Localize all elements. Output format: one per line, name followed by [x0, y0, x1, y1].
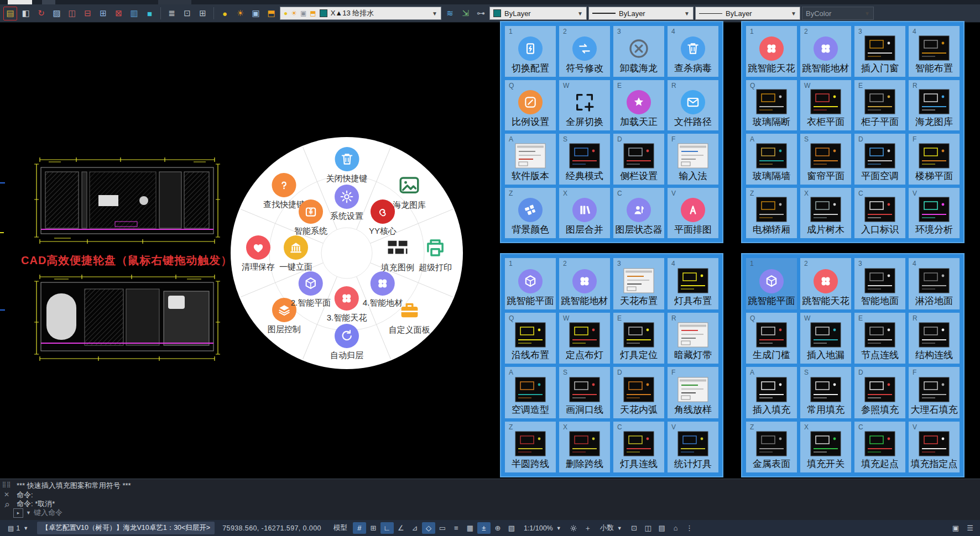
- panel-tile[interactable]: A空调造型: [505, 367, 556, 418]
- panel-tile[interactable]: 3天花布置: [613, 258, 664, 309]
- panel-tile[interactable]: V填充指定点: [909, 422, 960, 473]
- linetype-dropdown[interactable]: ByLayer ▼: [588, 7, 694, 20]
- close-icon[interactable]: ✕: [4, 491, 9, 498]
- toolbar-tool-icon[interactable]: ▥: [127, 7, 141, 20]
- panel-tile[interactable]: A插入填充: [746, 367, 797, 418]
- object-tracking-icon[interactable]: ⊕: [491, 522, 504, 534]
- radial-quick-wheel[interactable]: 关闭快捷键海龙图库超级打印自定义面板自动归层图层控制清理保存查找快捷键系统设置Y…: [231, 137, 463, 369]
- toolbar-tool-icon[interactable]: ≋: [443, 7, 457, 20]
- color-dropdown[interactable]: ByLayer ▼: [489, 7, 587, 20]
- panel-tile[interactable]: Q生成门槛: [746, 313, 797, 364]
- panel-tile[interactable]: C填充起点: [854, 422, 905, 473]
- panel-tile[interactable]: S经典模式: [559, 134, 610, 185]
- panel-tile[interactable]: F输入法: [668, 134, 718, 185]
- toolbar-tool-icon[interactable]: ⬒: [264, 7, 278, 20]
- panel-tile[interactable]: 1跳智能平面: [746, 258, 797, 309]
- dynamic-input-icon[interactable]: ±: [477, 522, 491, 534]
- panel-tile[interactable]: Z金属表面: [746, 422, 797, 473]
- panel-tile[interactable]: V统计灯具: [668, 422, 718, 473]
- osnap-icon[interactable]: ◇: [422, 522, 435, 534]
- panel-tile[interactable]: 2跳智能地材: [800, 26, 851, 77]
- panel-tile[interactable]: Q比例设置: [505, 80, 556, 131]
- panel-tile[interactable]: 2跳智能地材: [559, 258, 610, 309]
- panel-tile[interactable]: X删除跨线: [559, 422, 610, 473]
- workspace-gear-icon[interactable]: [567, 522, 580, 534]
- panel-tile[interactable]: F角线放样: [668, 367, 718, 418]
- toolbar-tool-icon[interactable]: ◧: [19, 7, 33, 20]
- window-tab[interactable]: [158, 0, 191, 4]
- toolbar-tool-icon[interactable]: ⊞: [96, 7, 110, 20]
- panel-tile[interactable]: W插入地漏: [800, 313, 851, 364]
- toolbar-tool-icon[interactable]: ▤: [3, 7, 17, 20]
- wheel-item[interactable]: 一键立面: [279, 235, 312, 271]
- command-history-icon[interactable]: ⣿⣿: [2, 481, 12, 487]
- panel-tile[interactable]: 1跳智能平面: [505, 258, 556, 309]
- panel-tile[interactable]: R暗藏灯带: [668, 313, 718, 364]
- annotation-visibility-icon[interactable]: ▤: [655, 522, 669, 534]
- panel-tile[interactable]: E灯具定位: [613, 313, 664, 364]
- toolbar-tool-icon[interactable]: ●: [218, 7, 232, 20]
- toolbar-tool-icon[interactable]: ⇲: [458, 7, 472, 20]
- toolbar-tool-icon[interactable]: ⊡: [180, 7, 194, 20]
- layer-dropdown[interactable]: ● ☀ ▣ ⬒ X▲13 给排水 ▼: [280, 7, 441, 20]
- panel-tile[interactable]: X成片树木: [800, 188, 851, 239]
- wheel-item[interactable]: 智能系统: [294, 199, 327, 235]
- panel-tile[interactable]: D侧栏设置: [613, 134, 664, 185]
- more-options-icon[interactable]: ⋮: [683, 522, 696, 534]
- snap-icon[interactable]: ⊞: [367, 522, 380, 534]
- panel-tile[interactable]: E柜子平面: [854, 80, 905, 131]
- toolbar-tool-icon[interactable]: ↻: [34, 7, 48, 20]
- panel-tile[interactable]: C入口标识: [854, 188, 905, 239]
- panel-tile[interactable]: Q玻璃隔断: [746, 80, 797, 131]
- isometric-icon[interactable]: ⊿: [408, 522, 421, 534]
- panel-tile[interactable]: 2符号修改: [559, 26, 610, 77]
- panel-tile[interactable]: 1跳智能天花: [746, 26, 797, 77]
- wheel-item[interactable]: 填充图例: [381, 235, 414, 271]
- panel-tile[interactable]: Z电梯轿厢: [746, 188, 797, 239]
- window-tab[interactable]: [42, 0, 55, 4]
- panel-tile[interactable]: X填充开关: [800, 422, 851, 473]
- toolbar-tool-icon[interactable]: ⊟: [81, 7, 95, 20]
- wheel-item[interactable]: YY核心: [369, 199, 397, 235]
- toolbar-tool-icon[interactable]: ▣: [249, 7, 263, 20]
- panel-tile[interactable]: F大理石填充: [909, 367, 960, 418]
- wheel-item[interactable]: 2.智能平面: [291, 271, 331, 307]
- panel-tile[interactable]: Z半圆跨线: [505, 422, 556, 473]
- panel-tile[interactable]: X图层合并: [559, 188, 610, 239]
- panel-tile[interactable]: 3卸载海龙: [613, 26, 664, 77]
- toolbar-tool-icon[interactable]: ⊶: [474, 7, 488, 20]
- panel-tile[interactable]: D参照填充: [854, 367, 905, 418]
- model-space-button[interactable]: 模型: [329, 522, 352, 534]
- ortho-icon[interactable]: ∟: [380, 522, 394, 534]
- panel-tile[interactable]: E加载天正: [613, 80, 664, 131]
- wheel-item[interactable]: 自动归层: [330, 324, 363, 359]
- transparency-icon[interactable]: ≡: [450, 522, 463, 534]
- toolbar-tool-icon[interactable]: ≣: [165, 7, 179, 20]
- panel-tile[interactable]: S窗帘平面: [800, 134, 851, 185]
- layout-tab[interactable]: ▤ 1 ▼: [3, 523, 33, 534]
- isolate-objects-icon[interactable]: ⊡: [628, 522, 641, 534]
- toolbar-tool-icon[interactable]: ■: [143, 7, 157, 20]
- panel-tile[interactable]: 4淋浴地面: [909, 258, 960, 309]
- command-input[interactable]: ▸ ▼ 键入命令: [13, 508, 62, 518]
- config-button[interactable]: 【卓艺配置V10（树哥）】海龙V10卓艺1：30<归层开>: [37, 522, 215, 534]
- wheel-item[interactable]: 关闭快捷键: [326, 147, 368, 182]
- panel-tile[interactable]: D天花内弧: [613, 367, 664, 418]
- panel-tile[interactable]: C图层状态器: [613, 188, 664, 239]
- panel-tile[interactable]: W衣柜平面: [800, 80, 851, 131]
- zoom-scale-button[interactable]: 1:1/100% ▼: [519, 523, 566, 534]
- panel-tile[interactable]: A玻璃隔墙: [746, 134, 797, 185]
- graphics-performance-icon[interactable]: ◫: [642, 522, 655, 534]
- lineweight-dropdown[interactable]: ByLayer ▼: [695, 7, 800, 20]
- panel-tile[interactable]: W定点布灯: [559, 313, 610, 364]
- panel-tile[interactable]: 3智能地面: [854, 258, 905, 309]
- panel-tile[interactable]: 1切换配置: [505, 26, 556, 77]
- toolbar-tool-icon[interactable]: ⊞: [196, 7, 210, 20]
- panel-tile[interactable]: D平面空调: [854, 134, 905, 185]
- panel-tile[interactable]: R海龙图库: [909, 80, 960, 131]
- selection-cycling-icon[interactable]: ▦: [463, 522, 477, 534]
- polar-tracking-icon[interactable]: ∠: [394, 522, 408, 534]
- panel-tile[interactable]: F楼梯平面: [909, 134, 960, 185]
- panel-tile[interactable]: 3插入门窗: [854, 26, 905, 77]
- wheel-item[interactable]: 系统设置: [330, 185, 363, 220]
